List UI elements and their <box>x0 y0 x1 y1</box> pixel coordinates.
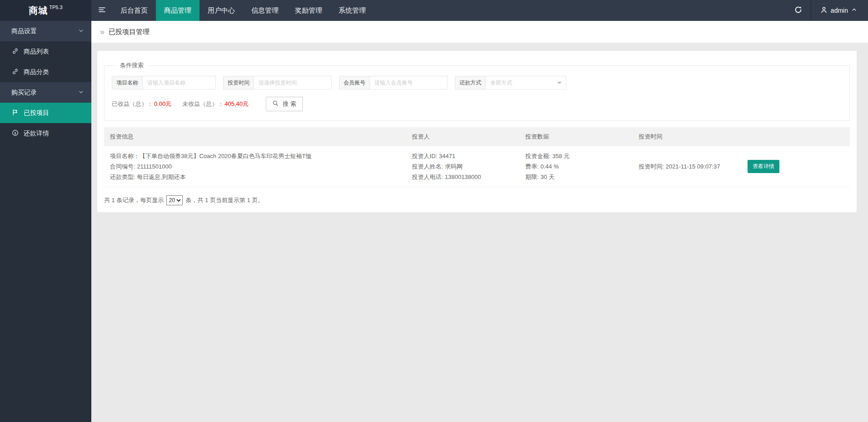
page-title: 已投项目管理 <box>109 28 150 36</box>
pagination: 共 1 条记录，每页显示 20 条，共 1 页当前显示第 1 页。 <box>104 195 850 205</box>
logo-text: 商城 <box>29 5 48 17</box>
sidebar: 商品设置 商品列表 商品分类 购买记录 <box>0 21 91 422</box>
app-logo: 商城 TP5.3 <box>0 0 91 21</box>
sidebar-item-label: 已投项目 <box>24 109 49 117</box>
user-icon <box>820 6 828 15</box>
cell-investor: 投资人ID: 34471 投资人姓名: 求码网 投资人电话: 138001380… <box>406 146 519 187</box>
cell-invest-time: 投资时间: 2021-11-15 09:07:37 <box>633 146 742 187</box>
investments-table: 投资信息 投资人 投资数据 投资时间 项目名称：【下单自动领券38元】Coach… <box>104 127 850 187</box>
chevron-down-icon <box>78 28 84 35</box>
repayment-method-label: 还款方式 <box>455 76 485 89</box>
nav-tab-reward-management[interactable]: 奖励管理 <box>287 0 330 21</box>
logo-version: TP5.3 <box>49 5 62 10</box>
stats-row: 已收益（总）： 0.00元 未收益（总）： 405.40元 搜 索 <box>112 97 842 111</box>
content-area: » 已投项目管理 条件搜索 项目名称 投资时间 <box>91 21 868 422</box>
refresh-icon <box>794 6 802 15</box>
pagination-text-before: 共 1 条记录，每页显示 <box>104 196 164 204</box>
rate-line: 费率: 0.44 % <box>525 161 627 172</box>
sidebar-item-invested-projects[interactable]: 已投项目 <box>0 103 91 123</box>
invest-amount-line: 投资金额: 358 元 <box>525 151 627 161</box>
nav-tab-info-management[interactable]: 信息管理 <box>243 0 287 21</box>
top-nav-tabs: 后台首页 商品管理 用户中心 信息管理 奖励管理 系统管理 <box>112 0 374 21</box>
invest-time-group: 投资时间 <box>223 76 332 89</box>
repayment-method-selected-value: 全部方式 <box>490 79 512 87</box>
search-icon <box>272 100 279 108</box>
search-button[interactable]: 搜 索 <box>266 97 303 111</box>
refresh-button[interactable] <box>786 0 811 21</box>
select-caret-icon <box>557 82 562 86</box>
sidebar-group-label: 购买记录 <box>11 89 37 97</box>
page-size-select[interactable]: 20 <box>166 195 183 205</box>
sidebar-group-label: 商品设置 <box>11 27 37 35</box>
nav-tab-user-center[interactable]: 用户中心 <box>200 0 243 21</box>
col-header-actions <box>742 127 850 146</box>
repayment-method-select[interactable]: 全部方式 <box>485 76 566 89</box>
invest-time-line: 投资时间: 2021-11-15 09:07:37 <box>639 161 736 172</box>
dollar-circle-icon: $ <box>12 129 19 138</box>
sidebar-group-goods-settings[interactable]: 商品设置 <box>0 21 91 41</box>
user-menu[interactable]: admin <box>811 0 868 21</box>
link-icon <box>12 48 19 56</box>
cell-invest-info: 项目名称：【下单自动领券38元】Coach 2020春夏白色马车印花男士短袖T恤… <box>104 146 406 187</box>
page-scroll-area[interactable]: 条件搜索 项目名称 投资时间 会员账号 <box>91 43 868 422</box>
member-account-input[interactable] <box>369 76 448 89</box>
nav-tab-home[interactable]: 后台首页 <box>112 0 156 21</box>
breadcrumb: » 已投项目管理 <box>91 21 868 43</box>
table-header-row: 投资信息 投资人 投资数据 投资时间 <box>104 127 850 146</box>
sidebar-toggle-button[interactable] <box>91 0 112 21</box>
pagination-text-after: 条，共 1 页当前显示第 1 页。 <box>185 196 264 204</box>
project-name-line: 项目名称：【下单自动领券38元】Coach 2020春夏白色马车印花男士短袖T恤 <box>110 151 400 161</box>
repayment-method-group: 还款方式 全部方式 <box>455 76 566 89</box>
link-icon <box>12 68 19 76</box>
flag-icon <box>12 109 19 117</box>
col-header-invest-time: 投资时间 <box>633 127 742 146</box>
member-account-label: 会员账号 <box>339 76 369 89</box>
project-name-label: 项目名称 <box>112 76 142 89</box>
chevron-up-icon <box>851 7 857 14</box>
search-panel: 条件搜索 项目名称 投资时间 会员账号 <box>104 61 850 121</box>
nav-tab-system-management[interactable]: 系统管理 <box>330 0 374 21</box>
chevron-down-icon <box>78 89 84 96</box>
sidebar-item-label: 商品列表 <box>24 48 49 56</box>
project-name-input[interactable] <box>142 76 216 89</box>
earned-total-label: 已收益（总）： <box>112 100 153 108</box>
nav-tab-goods-management[interactable]: 商品管理 <box>156 0 200 21</box>
search-form-row: 项目名称 投资时间 会员账号 <box>112 76 842 89</box>
username-label: admin <box>831 7 848 14</box>
unearned-total-label: 未收益（总）： <box>182 100 224 108</box>
search-panel-legend: 条件搜索 <box>115 61 148 70</box>
main-card: 条件搜索 项目名称 投资时间 会员账号 <box>97 51 857 212</box>
term-line: 期限: 30 天 <box>525 172 627 182</box>
investor-phone-line: 投资人电话: 13800138000 <box>412 172 514 182</box>
unearned-total-value: 405.40元 <box>224 100 249 108</box>
sidebar-group-purchase-records[interactable]: 购买记录 <box>0 82 91 103</box>
sidebar-item-label: 还款详情 <box>24 129 49 138</box>
col-header-invest-info: 投资信息 <box>104 127 406 146</box>
invest-time-label: 投资时间 <box>223 76 254 89</box>
table-row: 项目名称：【下单自动领券38元】Coach 2020春夏白色马车印花男士短袖T恤… <box>104 146 850 187</box>
repayment-type-line: 还款类型: 每日返息,到期还本 <box>110 172 400 182</box>
app-window: 商城 TP5.3 后台首页 商品管理 用户中心 信息管理 奖励管理 系统管理 <box>0 0 868 422</box>
cell-actions: 查看详情 <box>742 146 850 187</box>
invest-time-input[interactable] <box>254 76 332 89</box>
top-navbar: 商城 TP5.3 后台首页 商品管理 用户中心 信息管理 奖励管理 系统管理 <box>0 0 868 21</box>
contract-no-line: 合同编号: 21111501000 <box>110 161 400 172</box>
sidebar-item-goods-list[interactable]: 商品列表 <box>0 41 91 62</box>
view-details-button[interactable]: 查看详情 <box>748 160 779 173</box>
project-name-group: 项目名称 <box>112 76 216 89</box>
col-header-invest-data: 投资数据 <box>519 127 633 146</box>
topbar-right: admin <box>786 0 868 21</box>
search-button-label: 搜 索 <box>283 100 296 108</box>
sidebar-item-goods-category[interactable]: 商品分类 <box>0 62 91 82</box>
double-chevron-icon: » <box>100 28 105 36</box>
investor-name-line: 投资人姓名: 求码网 <box>412 161 514 172</box>
col-header-investor: 投资人 <box>406 127 519 146</box>
svg-text:$: $ <box>14 131 16 135</box>
hamburger-icon <box>98 6 106 15</box>
sidebar-item-label: 商品分类 <box>24 68 49 76</box>
earned-total-value: 0.00元 <box>154 100 171 108</box>
cell-invest-data: 投资金额: 358 元 费率: 0.44 % 期限: 30 天 <box>519 146 633 187</box>
sidebar-item-repayment-details[interactable]: $ 还款详情 <box>0 123 91 144</box>
member-account-group: 会员账号 <box>339 76 448 89</box>
investor-id-line: 投资人ID: 34471 <box>412 151 514 161</box>
